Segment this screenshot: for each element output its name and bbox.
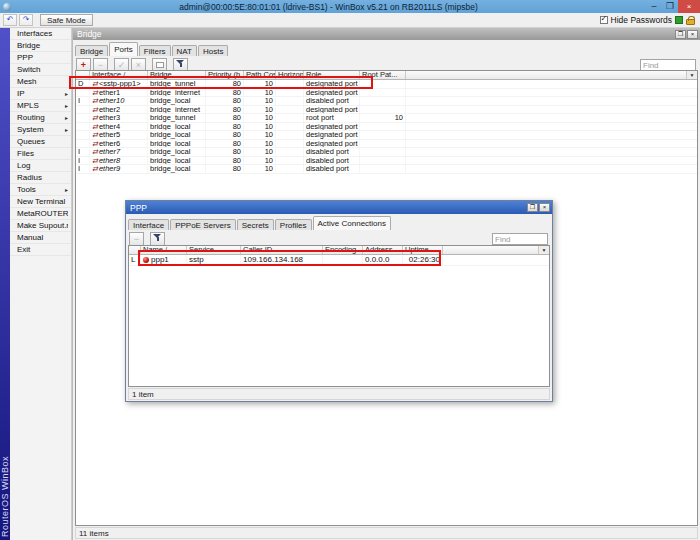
sidebar-item[interactable]: Radius [10,172,71,184]
undo-button[interactable]: ↶ [3,14,17,26]
tab[interactable]: Filters [139,45,171,56]
sidebar-item[interactable]: PPP [10,52,71,64]
tab[interactable]: Profiles [275,219,312,230]
bridge-port-row[interactable]: ether1 bridge_internet 80 10 designated … [76,89,697,98]
column-horizon[interactable]: Horizon [276,71,304,79]
sidebar-item[interactable]: Interfaces [10,28,71,40]
bridge-port-row[interactable]: ether6 bridge_local 80 10 designated por… [76,140,697,149]
filter-button[interactable] [150,232,165,246]
ppp-restore-button[interactable]: ❐ [527,203,538,212]
close-button[interactable]: × [678,0,700,13]
submenu-arrow-icon: ▸ [65,126,68,133]
interface-name: ether4 [99,123,120,131]
root-path-cell [360,123,406,131]
restore-button[interactable]: ❐ [662,0,678,13]
column-uptime[interactable]: Uptime [403,246,443,254]
safe-mode-button[interactable]: Safe Mode [40,14,93,26]
column-encoding[interactable]: Encoding [323,246,363,254]
row-flag [76,123,90,131]
column-name[interactable]: Name/ [141,246,187,254]
bridge-close-button[interactable]: × [687,30,698,39]
interface-cell: <sstp-ppp1> [90,80,148,88]
column-role[interactable]: Role [304,71,360,79]
sidebar-item[interactable]: IP ▸ [10,88,71,100]
sidebar-item[interactable]: Bridge [10,40,71,52]
tab[interactable]: Bridge [75,45,108,56]
tab[interactable]: Active Connections [313,216,391,230]
priority-cell: 80 [206,123,244,131]
find-input[interactable] [492,233,548,245]
interface-cell: ether2 [90,106,148,114]
column-service[interactable]: Service [187,246,241,254]
column-root-path[interactable]: Root Pat... [360,71,406,79]
sidebar-item[interactable]: Mesh [10,76,71,88]
sidebar-item[interactable]: Routing ▸ [10,112,71,124]
column-path-cost[interactable]: Path Cost [244,71,276,79]
sidebar-item[interactable]: MPLS ▸ [10,100,71,112]
tab[interactable]: Interface [128,219,169,230]
bridge-port-row[interactable]: ether2 bridge_internet 80 10 designated … [76,106,697,115]
column-dropdown-button[interactable]: ▼ [686,71,697,79]
bridge-restore-button[interactable]: ❐ [675,30,686,39]
ppp-connection-row[interactable]: L ppp1 sstp 109.166.134.168 0.0.0.0 02:2… [129,255,549,266]
tab[interactable]: Hosts [198,45,228,56]
bridge-port-row[interactable]: ether3 bridge_tunnel 80 10 root port 10 [76,114,697,123]
sidebar-item[interactable]: Exit [10,244,71,256]
column-interface[interactable]: Interface/ [90,71,148,79]
root-path-cell [360,106,406,114]
sidebar-item[interactable]: Log [10,160,71,172]
tab-label: Ports [114,45,133,54]
column-caller-id[interactable]: Caller ID [241,246,323,254]
sidebar-item[interactable]: Files [10,148,71,160]
minimize-button[interactable]: – [646,0,662,13]
role-cell: designated port [304,140,360,148]
priority-cell: 80 [206,97,244,105]
sidebar-item-label: Bridge [17,41,68,50]
redo-button[interactable]: ↷ [19,14,33,26]
interface-icon [92,157,98,165]
hide-passwords-checkbox[interactable]: ✓ [600,16,608,24]
main-toolbar: ↶ ↷ Safe Mode ✓ Hide Passwords [0,13,700,28]
mdi-workspace: RouterOS WinBox Interfaces Bridge PPP Sw… [0,28,700,540]
tab[interactable]: NAT [172,45,197,56]
remove-button[interactable]: − [129,232,144,246]
horizon-cell [276,165,304,173]
bridge-port-row[interactable]: I ether10 bridge_local 80 10 disabled po… [76,97,697,106]
sidebar-item[interactable]: MetaROUTER [10,208,71,220]
sidebar-item[interactable]: New Terminal [10,196,71,208]
path-cost-cell: 10 [244,123,276,131]
path-cost-cell: 10 [244,97,276,105]
interface-icon [92,131,98,139]
path-cost-cell: 10 [244,89,276,97]
column-dropdown-button[interactable]: ▼ [538,246,549,254]
tab[interactable]: PPPoE Servers [170,219,236,230]
sidebar-item[interactable]: Make Supout.rif [10,220,71,232]
bridge-port-row[interactable]: ether4 bridge_local 80 10 designated por… [76,123,697,132]
sidebar-item-label: New Terminal [17,197,68,206]
title-bar: admin@00:00:5E:80:01:01 (ldrive-BS1) - W… [0,0,700,13]
column-address[interactable]: Address [363,246,403,254]
sidebar-item[interactable]: System ▸ [10,124,71,136]
sidebar-item[interactable]: Queues [10,136,71,148]
sidebar-item[interactable]: Switch [10,64,71,76]
interface-cell: ether9 [90,165,148,173]
root-path-cell [360,131,406,139]
sidebar-item[interactable]: Manual [10,232,71,244]
tab[interactable]: Ports [109,42,138,56]
bridge-port-row[interactable]: I ether8 bridge_local 80 10 disabled por… [76,157,697,166]
encoding-cell [323,255,363,265]
bridge-port-row[interactable]: ether5 bridge_local 80 10 designated por… [76,131,697,140]
column-priority[interactable]: Priority (h... [206,71,244,79]
bridge-port-row[interactable]: D <sstp-ppp1> bridge_tunnel 80 10 design… [76,80,697,89]
bridge-cell: bridge_tunnel [148,80,206,88]
bridge-port-row[interactable]: I ether9 bridge_local 80 10 disabled por… [76,165,697,174]
column-bridge[interactable]: Bridge [148,71,206,79]
window-title: admin@00:00:5E:80:01:01 (ldrive-BS1) - W… [11,2,646,12]
tab[interactable]: Secrets [237,219,274,230]
interface-name: ether2 [99,106,120,114]
ppp-close-button[interactable]: × [539,203,550,212]
row-flag [76,131,90,139]
sidebar-item[interactable]: Tools ▸ [10,184,71,196]
horizon-cell [276,140,304,148]
bridge-port-row[interactable]: I ether7 bridge_local 80 10 disabled por… [76,148,697,157]
